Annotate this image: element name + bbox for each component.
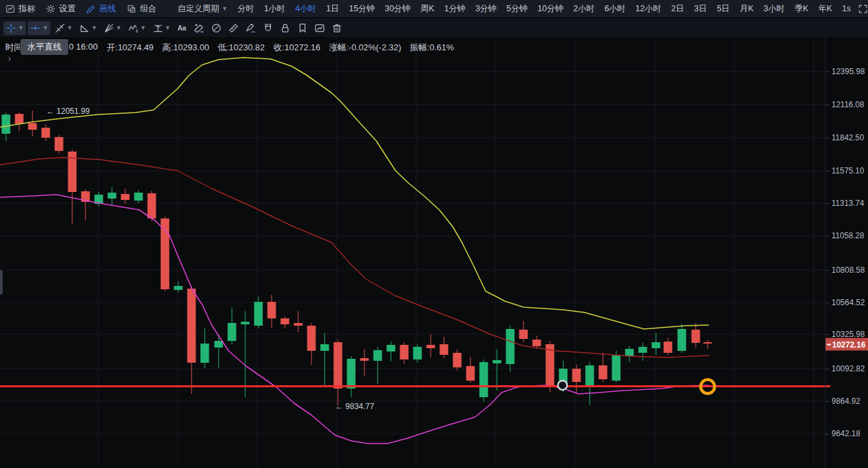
timeframe-15分钟[interactable]: 15分钟 bbox=[349, 3, 375, 15]
axis-tick bbox=[826, 270, 829, 271]
timeframe-5日[interactable]: 5日 bbox=[717, 3, 730, 15]
expand-icon[interactable] bbox=[858, 4, 868, 14]
ohlc-fields: 开:10274.49高:10293.00低:10230.82收:10272.16… bbox=[107, 42, 454, 54]
custom-period-dropdown[interactable]: 自定义周期 ▼ bbox=[178, 3, 227, 15]
chevron-down-icon: ▼ bbox=[222, 5, 228, 12]
nav-menu-indicator[interactable]: 指标 bbox=[5, 3, 35, 15]
candle bbox=[360, 349, 369, 376]
candle bbox=[95, 192, 103, 207]
wave-tool[interactable]: ▼ bbox=[126, 21, 148, 35]
candlestick-chart bbox=[0, 37, 825, 468]
timeframe-1日[interactable]: 1日 bbox=[326, 3, 339, 15]
timeframe-2小时[interactable]: 2小时 bbox=[573, 3, 594, 15]
axis-price-label: 9864.92 bbox=[832, 397, 860, 406]
price-axis[interactable]: 10272.16 12395.9812116.0811842.5011575.1… bbox=[825, 37, 868, 468]
axis-tick bbox=[826, 138, 829, 138]
line-anchor-handle[interactable] bbox=[558, 381, 567, 390]
chevron-down-icon[interactable]: ▼ bbox=[116, 24, 122, 31]
candle bbox=[55, 135, 64, 154]
candle bbox=[374, 347, 382, 384]
fan-line-tool[interactable]: ▼ bbox=[101, 21, 124, 35]
timeframe-3分钟[interactable]: 3分钟 bbox=[475, 3, 496, 15]
candle bbox=[268, 295, 276, 328]
timeframe-3小时[interactable]: 3小时 bbox=[763, 3, 785, 15]
timeframe-月K[interactable]: 月K bbox=[739, 3, 753, 15]
timeframe-周K[interactable]: 周K bbox=[421, 3, 435, 15]
axis-price-label: 10092.82 bbox=[832, 364, 865, 373]
timeframe-1分钟[interactable]: 1分钟 bbox=[444, 3, 465, 15]
eraser-tool[interactable] bbox=[191, 21, 207, 35]
timeframe-季K[interactable]: 季K bbox=[794, 3, 808, 15]
candle bbox=[42, 124, 50, 141]
magnet-tool[interactable] bbox=[260, 21, 276, 35]
candle bbox=[427, 334, 435, 357]
chevron-down-icon[interactable]: ▼ bbox=[91, 24, 97, 31]
candle bbox=[440, 337, 449, 358]
chevron-down-icon[interactable]: ▼ bbox=[67, 24, 73, 31]
bookmark-tool[interactable] bbox=[295, 21, 310, 35]
candle bbox=[334, 340, 343, 406]
chevron-down-icon[interactable]: ▼ bbox=[18, 24, 24, 31]
ohlc-field-label: 涨幅: bbox=[329, 42, 349, 52]
triangle-tool[interactable]: ▼ bbox=[77, 21, 99, 35]
ohlc-field-value: 10274.49 bbox=[118, 42, 154, 52]
chevron-down-icon[interactable]: ▼ bbox=[42, 24, 48, 31]
candle bbox=[215, 334, 223, 368]
candle bbox=[228, 308, 237, 344]
horizontal-line-tool[interactable]: ▼ bbox=[28, 21, 50, 35]
timeframe-3日[interactable]: 3日 bbox=[694, 3, 706, 15]
custom-period-label: 自定义周期 bbox=[178, 3, 219, 15]
timeframe-年K[interactable]: 年K bbox=[818, 3, 832, 15]
nav-menu-combo[interactable]: 组合 bbox=[127, 3, 156, 15]
timeframe-1小时[interactable]: 1小时 bbox=[264, 3, 285, 15]
candle bbox=[453, 350, 462, 371]
timeframe-30分钟[interactable]: 30分钟 bbox=[385, 3, 411, 15]
lock-tool[interactable] bbox=[278, 21, 293, 35]
nav-menu-gear[interactable]: 设置 bbox=[46, 3, 76, 15]
candle bbox=[135, 190, 143, 203]
chart-area[interactable]: 时间 0 16:00 开:10274.49高:10293.00低:10230.8… bbox=[0, 37, 825, 468]
side-panel-handle[interactable] bbox=[0, 270, 3, 295]
trash-tool[interactable] bbox=[329, 21, 345, 35]
trend-line-tool[interactable]: ▼ bbox=[52, 21, 75, 35]
axis-price-label: 11058.28 bbox=[832, 231, 864, 240]
timeframe-12小时[interactable]: 12小时 bbox=[635, 3, 661, 15]
crosshair-tool[interactable]: ▼ bbox=[3, 21, 26, 35]
ohlc-field-value: -0.02%(-2.32) bbox=[349, 42, 401, 52]
timeframe-6小时[interactable]: 6小时 bbox=[604, 3, 625, 15]
timeframe-2日[interactable]: 2日 bbox=[671, 3, 684, 15]
candle bbox=[174, 281, 183, 293]
ohlc-time-value: 0 16:00 bbox=[69, 42, 97, 52]
candle bbox=[625, 346, 634, 362]
axis-tick bbox=[826, 303, 829, 303]
timeframe-10分钟[interactable]: 10分钟 bbox=[537, 3, 563, 15]
hide-drawings-tool[interactable] bbox=[209, 21, 224, 35]
candle bbox=[188, 286, 196, 394]
measure-tool[interactable]: ▼ bbox=[150, 21, 173, 35]
candle bbox=[704, 340, 712, 349]
timeframe-5分钟[interactable]: 5分钟 bbox=[506, 3, 527, 15]
chevron-down-icon[interactable]: ▼ bbox=[140, 24, 146, 31]
axis-price-label: 12116.08 bbox=[832, 100, 864, 109]
expand-panel-chevron[interactable]: › bbox=[8, 53, 11, 64]
timeframe-分时[interactable]: 分时 bbox=[237, 3, 254, 15]
combo-icon bbox=[127, 4, 136, 14]
nav-menu-pencil[interactable]: 画线 bbox=[86, 3, 116, 15]
axis-price-label: 10808.58 bbox=[832, 265, 865, 275]
chevron-down-icon[interactable]: ▼ bbox=[165, 24, 171, 31]
export-tool[interactable] bbox=[312, 21, 327, 35]
price-annotation: ← 12051.99 bbox=[46, 107, 89, 116]
ruler-tool[interactable] bbox=[226, 21, 241, 35]
ohlc-field-value: 10230.82 bbox=[229, 42, 264, 52]
trading-app: { "navbar": { "menus": [ {"label": "指标",… bbox=[0, 0, 868, 468]
timeframe-4小时[interactable]: 4小时 bbox=[295, 3, 316, 15]
drawing-toolbar: ▼▼▼▼▼▼▼Aa bbox=[0, 19, 868, 37]
candle bbox=[639, 343, 647, 361]
axis-price-label: 11313.74 bbox=[832, 199, 864, 208]
axis-price-label: 11575.10 bbox=[832, 166, 864, 175]
text-tool[interactable]: Aa bbox=[174, 21, 190, 35]
candle bbox=[294, 311, 303, 332]
pen-tool[interactable] bbox=[243, 21, 258, 35]
candle bbox=[68, 150, 77, 224]
nav-menu-label: 组合 bbox=[140, 3, 156, 15]
